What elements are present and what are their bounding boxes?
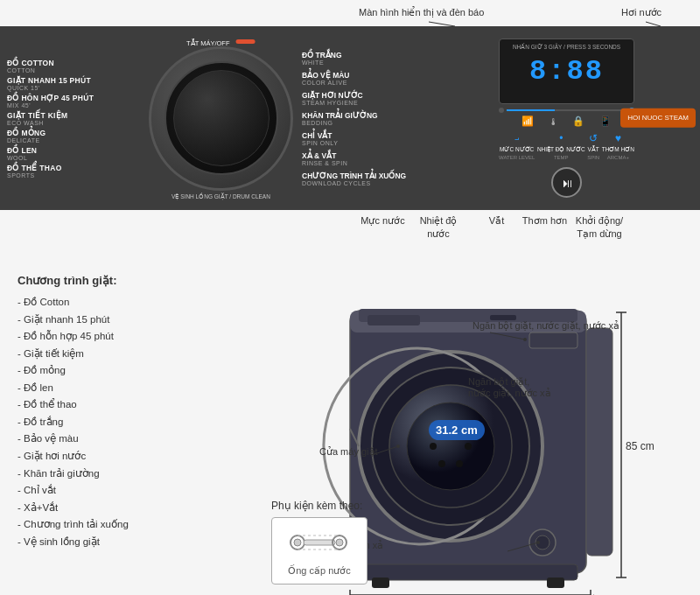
temp-control[interactable]: • NHIỆT ĐỘ NƯỚC TEMP (537, 132, 585, 160)
height-dimension-label: 85 cm (626, 440, 654, 452)
programs-list: Chương trình giặt: - Đồ Cotton - Giặt nh… (0, 258, 262, 595)
program-eco-sub: ECO WASH (7, 120, 137, 126)
program-steam[interactable]: GIẶT HƠI NƯỚC STEAM HYGIENE (302, 91, 429, 106)
soap-drawer-callout: Ngăn bột giặt, nước giặt, nước xả (472, 319, 620, 332)
indicator-dot-1 (499, 108, 504, 113)
control-knobs-row: ⨼ MỨC NƯỚC WATER LEVEL • NHIỆT ĐỘ NƯỚC T… (499, 132, 634, 160)
program-spin[interactable]: CHỈ VẮT SPIN ONLY (302, 131, 429, 146)
prog-item-10: - Khăn trải giường (18, 466, 254, 483)
program-color-sub: COLOR ALIVE (302, 80, 429, 86)
accessory-box: Ống cấp nước (271, 517, 368, 584)
prog-item-5: - Đồ len (18, 380, 254, 397)
spin-control[interactable]: ↺ VẮT SPIN (587, 132, 599, 160)
ann-nhiet-do: Nhiệt độ nước (409, 214, 468, 242)
drum-outer-ring (149, 46, 293, 191)
program-download-main: CHƯƠNG TRÌNH TẢI XUỐNG (302, 172, 429, 180)
program-mix45-sub: MIX 45' (7, 102, 137, 108)
program-cotton[interactable]: ĐỒ COTTON COTTON (7, 59, 137, 74)
svg-point-10 (407, 402, 494, 490)
program-rinse-spin[interactable]: XẢ & VẮT RINSE & SPIN (302, 151, 429, 166)
spin-icon: ↺ (589, 132, 598, 144)
soap-drawer-label: Ngăn bột giặt, (468, 376, 529, 388)
press-hold-text: NHẤN GIỮ 3 GIÂY / PRESS 3 SECONDS (504, 44, 629, 51)
svg-rect-41 (304, 540, 335, 545)
prog-item-1: - Giặt nhanh 15 phút (18, 312, 254, 329)
svg-point-40 (294, 539, 301, 546)
program-download-sub: DOWNLOAD CYCLES (302, 180, 429, 186)
water-level-main-label: MỨC NƯỚC (500, 146, 534, 153)
program-bedding-main: KHĂN TRẢI GIƯỜNG (302, 111, 429, 120)
program-cotton-sub: COTTON (7, 67, 137, 74)
ann-thom-hon: Thơm hơn (521, 214, 569, 228)
display-screen: NHẤN GIỮ 3 GIÂY / PRESS 3 SECONDS 8:88 (499, 38, 634, 104)
programs-title: Chương trình giặt: (18, 271, 254, 290)
program-cotton-main: ĐỒ COTTON (7, 59, 137, 67)
svg-point-25 (536, 536, 550, 550)
program-quick15-sub: QUICK 15' (7, 85, 137, 91)
svg-point-14 (430, 443, 437, 450)
program-bedding-sub: BEDDING (302, 120, 429, 126)
water-level-sub-label: WATER LEVEL (499, 155, 535, 160)
drum-clean-label: VỆ SINH LỒNG GIẶT / DRUM CLEAN (172, 186, 270, 202)
svg-point-43 (336, 539, 343, 546)
pipe-icon (284, 525, 354, 560)
program-bedding[interactable]: KHĂN TRẢI GIƯỜNG BEDDING (302, 111, 429, 126)
phone-icon: 📱 (599, 116, 612, 127)
prog-item-14: - Vệ sinh lồng giặt (18, 534, 254, 551)
temp-sub-label: TEMP (554, 155, 569, 160)
water-level-icon: ⨼ (514, 132, 520, 144)
spin-sub-label: SPIN (587, 155, 599, 160)
prog-item-13: - Chương trình tải xuống (18, 516, 254, 534)
start-pause-button[interactable]: ⏯ (551, 167, 582, 198)
water-level-control[interactable]: ⨼ MỨC NƯỚC WATER LEVEL (499, 132, 535, 160)
program-mix45[interactable]: ĐỒ HÔN HỢP 45 PHÚT MIX 45' (7, 94, 137, 108)
program-color-main: BẢO VỆ MÀU (302, 71, 429, 80)
svg-point-16 (456, 460, 463, 467)
program-delicate[interactable]: ĐỒ MỎNG DELICATE (7, 129, 137, 144)
svg-rect-22 (547, 578, 564, 588)
program-steam-sub: STEAM HYGIENE (302, 100, 429, 106)
program-quick15-main: GIẶT NHANH 15 PHÚT (7, 76, 137, 85)
off-button-label: TẮT MÁY/OFF (186, 33, 256, 49)
arcma-control[interactable]: ♥ THƠM HƠN ARCMA+ (602, 132, 634, 160)
prog-item-11: - Chỉ vắt (18, 482, 254, 500)
temp-main-label: NHIỆT ĐỘ NƯỚC (537, 146, 585, 153)
time-display: 8:88 (529, 55, 604, 88)
svg-rect-18 (368, 315, 420, 326)
ann-vat: Vắt (472, 214, 521, 228)
prog-item-2: - Đồ hỗn hợp 45 phút (18, 328, 254, 346)
accessory-item-label: Ống cấp nước (283, 565, 356, 577)
program-wool[interactable]: ĐỒ LEN WOOL (7, 146, 137, 161)
door-callout-label: Cửa máy giặt (319, 446, 378, 458)
program-dial[interactable]: TẮT MÁY/OFF VỆ SINH LỒNG GIẶT / DRUM CLE… (144, 33, 298, 204)
program-wool-sub: WOOL (7, 155, 137, 161)
ann-muc-nuoc: Mực nước (354, 214, 411, 228)
control-annotations-row: Mực nước Nhiệt độ nước Vắt Thơm hơn Khởi… (0, 210, 700, 258)
svg-rect-20 (359, 564, 578, 580)
program-mix45-main: ĐỒ HÔN HỢP 45 PHÚT (7, 94, 137, 102)
program-color[interactable]: BẢO VỆ MÀU COLOR ALIVE (302, 71, 429, 86)
program-sports-sub: SPORTS (7, 172, 137, 178)
annotation-lines (0, 0, 700, 26)
prog-item-4: - Đồ mỏng (18, 362, 254, 380)
program-eco-main: GIẶT TIẾT KIỆM (7, 111, 137, 120)
control-panel: ĐỒ COTTON COTTON GIẶT NHANH 15 PHÚT QUIC… (0, 26, 700, 210)
program-eco[interactable]: GIẶT TIẾT KIỆM ECO WASH (7, 111, 137, 126)
right-program-labels: ĐỒ TRẮNG WHITE BẢO VỆ MÀU COLOR ALIVE GI… (298, 26, 433, 210)
prog-item-7: - Đồ trắng (18, 414, 254, 431)
accessory-title: Phụ kiện kèm theo: (271, 500, 368, 512)
program-rinse-sub: RINSE & SPIN (302, 160, 429, 166)
program-white-main: ĐỒ TRẮNG (302, 51, 429, 60)
program-sports[interactable]: ĐỒ THỂ THAO SPORTS (7, 164, 137, 178)
lock-icon: 🔒 (572, 116, 584, 127)
arcma-sub-label: ARCMA+ (607, 155, 629, 160)
program-quick15[interactable]: GIẶT NHANH 15 PHÚT QUICK 15' (7, 76, 137, 91)
drum-size-label: 31.2 cm (429, 420, 485, 440)
prog-item-12: - Xả+Vắt (18, 500, 254, 517)
steam-button[interactable]: HOI NUOC STEAM (620, 108, 696, 128)
arcma-icon: ♥ (615, 132, 621, 144)
program-download[interactable]: CHƯƠNG TRÌNH TẢI XUỐNG DOWNLOAD CYCLES (302, 172, 429, 186)
svg-point-15 (438, 460, 445, 467)
program-white[interactable]: ĐỒ TRẮNG WHITE (302, 51, 429, 66)
left-program-labels: ĐỒ COTTON COTTON GIẶT NHANH 15 PHÚT QUIC… (0, 26, 144, 210)
